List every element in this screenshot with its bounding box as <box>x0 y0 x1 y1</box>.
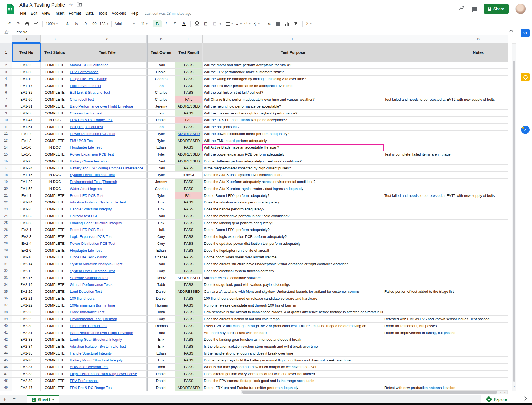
cell-test-result[interactable]: PASS <box>175 323 203 330</box>
cell-test-status[interactable]: COMPLETE <box>41 357 69 364</box>
cell-test-result[interactable]: ADDRESSED <box>175 151 203 158</box>
add-sheet-button[interactable]: + <box>0 397 9 402</box>
cell-test-title[interactable]: Flight Performance with Ring Lever Loose <box>69 371 146 378</box>
cell-test-owner[interactable]: Ian <box>148 82 175 89</box>
cell-test-owner[interactable]: Tyler <box>148 192 175 199</box>
cell-test-status[interactable]: COMPLETE <box>41 199 69 206</box>
cell-test-owner[interactable]: Raul <box>148 213 175 220</box>
test-title-link[interactable]: Baro Performance over Flight Envelope <box>70 104 133 108</box>
cell-test-status[interactable]: COMPLETE <box>41 124 69 131</box>
cell-test-status[interactable]: COMPLETE <box>41 213 69 220</box>
italic-button[interactable]: I <box>162 20 171 27</box>
cell-notes[interactable] <box>383 206 508 213</box>
row-number[interactable]: 49 <box>0 384 12 391</box>
test-title-link[interactable]: Flopdapter Life Test <box>70 248 102 253</box>
cell-test-status[interactable]: COMPLETE <box>41 288 69 295</box>
row-number[interactable]: 12 <box>0 131 12 137</box>
cell-test-status[interactable]: COMPLETE <box>41 206 69 213</box>
cell-notes[interactable]: Failed portion of test added to the tria… <box>383 288 508 295</box>
cell-test-title[interactable]: Vibration Isolation System Life Test <box>69 199 146 206</box>
cell-test-purpose[interactable]: Does the Alta X pass system level electr… <box>203 172 383 179</box>
cell-test-no[interactable]: EV2-39 <box>12 378 41 384</box>
column-header-E[interactable]: E <box>175 35 203 43</box>
test-title-link[interactable]: Vibration Isolation System Life Test <box>70 344 126 348</box>
cell-test-result[interactable]: TRIAGE <box>175 172 203 179</box>
sheets-logo-icon[interactable] <box>7 4 14 15</box>
header-cell[interactable]: Test Purpose <box>203 43 383 62</box>
cell-test-no[interactable]: EV2-34 <box>12 343 41 350</box>
test-title-link[interactable]: Flopdapter Life Test <box>70 145 102 149</box>
cell-test-status[interactable]: COMPLETE <box>41 323 69 330</box>
test-title-link[interactable]: FPV Performance <box>70 70 98 74</box>
cell-notes[interactable]: Test failed and needs to be retested at … <box>383 96 508 103</box>
menu-addons[interactable]: Add-ons <box>109 11 128 16</box>
cell-notes[interactable] <box>383 233 508 240</box>
cell-test-owner[interactable]: Tyler <box>148 151 175 158</box>
font-select[interactable]: Arial▾ <box>113 20 136 27</box>
cell-test-no[interactable]: EV1-34 <box>12 199 41 206</box>
cell-test-purpose[interactable]: Will the FRX Pro and Futaba Range be acc… <box>203 117 383 124</box>
cell-test-purpose[interactable]: Does the updated power distribution test… <box>203 240 383 247</box>
horizontal-scrollbar-thumb[interactable] <box>242 391 497 394</box>
insert-link-button[interactable]: ∞ <box>265 20 274 27</box>
cell-test-purpose[interactable]: Will the wiring be damaged by folding / … <box>203 76 383 83</box>
row-number[interactable]: 45 <box>0 357 12 364</box>
vertical-scrollbar[interactable]: ▾ <box>512 43 516 391</box>
cell-test-title[interactable]: FRX Pro & RC Range Test <box>69 117 146 124</box>
cell-test-owner[interactable]: Erik <box>148 357 175 364</box>
insert-chart-button[interactable] <box>283 20 292 27</box>
cell-test-owner[interactable]: Tabb <box>148 364 175 371</box>
cell-test-result[interactable]: PASS <box>175 206 203 213</box>
cell-test-title[interactable]: Boom LED PCB Test <box>69 192 146 199</box>
merge-cells-button[interactable]: ⊟ <box>210 20 219 27</box>
cell-test-purpose[interactable]: Does the FPV camera footage look good an… <box>203 378 383 384</box>
cell-notes[interactable]: Room for improvement in tuning, but pass… <box>383 329 508 336</box>
cell-test-no[interactable]: EV1-32 <box>12 89 41 96</box>
corner-box[interactable] <box>0 35 12 43</box>
cell-test-purpose[interactable]: Will Charlie Bolts perform adequately ov… <box>203 96 383 103</box>
share-button[interactable]: Share <box>484 4 509 14</box>
cell-test-owner[interactable]: Erik <box>148 220 175 226</box>
row-number[interactable]: 11 <box>0 124 12 131</box>
cell-test-no[interactable]: EV1-25 <box>12 158 41 165</box>
cell-test-status[interactable]: IN DOC <box>41 144 69 151</box>
cell-test-purpose[interactable]: Does the motor drive perform in hot / co… <box>203 213 383 220</box>
cell-test-purpose[interactable]: Will the power distribution board perfor… <box>203 131 383 137</box>
cell-notes[interactable]: Room for refinement, but passes <box>383 323 508 330</box>
cell-test-status[interactable]: COMPLETE <box>41 329 69 336</box>
header-cell[interactable]: Test Status <box>41 43 69 62</box>
test-title-link[interactable]: Power Distribution PCB Test <box>70 241 115 246</box>
cell-notes[interactable] <box>383 343 508 350</box>
cell-test-no[interactable]: EV1-1 <box>12 192 41 199</box>
cell-notes[interactable] <box>383 103 508 110</box>
cell-test-owner[interactable]: Erik <box>148 343 175 350</box>
cell-test-owner[interactable]: Hulk <box>148 226 175 233</box>
cell-test-no[interactable]: EV1-61 <box>12 124 41 131</box>
cell-notes[interactable] <box>383 158 508 165</box>
cell-test-no[interactable]: EV2-15 <box>12 268 41 275</box>
cell-test-purpose[interactable]: Is the handle strong enough and does it … <box>203 350 383 357</box>
cell-test-status[interactable]: COMPLETE <box>41 343 69 350</box>
row-number[interactable]: 10 <box>0 117 12 124</box>
cell-test-no[interactable]: EV1-31 <box>12 103 41 110</box>
cell-test-title[interactable]: Land Detection Test <box>69 288 146 295</box>
row-number[interactable]: 39 <box>0 316 12 323</box>
cell-test-result[interactable]: PASS <box>175 226 203 233</box>
header-cell[interactable]: Notes <box>383 43 508 62</box>
undo-icon[interactable]: ↶ <box>5 20 14 27</box>
cell-notes[interactable] <box>383 172 508 179</box>
cell-test-title[interactable]: Battery Mount Structural Integrity <box>69 357 146 364</box>
row-number[interactable]: 24 <box>0 213 12 220</box>
vertical-scrollbar-thumb[interactable] <box>513 61 515 382</box>
cell-notes[interactable] <box>383 309 508 316</box>
cell-test-result[interactable]: PASS <box>175 281 203 288</box>
row-number[interactable]: 22 <box>0 199 12 206</box>
cell-test-status[interactable]: COMPLETE <box>41 131 69 137</box>
formula-input[interactable]: Test No <box>15 30 27 34</box>
cell-test-purpose[interactable]: Will the height hold performance be acce… <box>203 103 383 110</box>
test-title-link[interactable]: Production Burn-in Test <box>70 324 107 328</box>
row-number[interactable]: 40 <box>0 323 12 330</box>
cell-test-title[interactable]: Power Distribution PCB Test <box>69 240 146 247</box>
cell-test-result[interactable]: PASS <box>175 233 203 240</box>
test-title-link[interactable]: Landing Gear Structural Integrity <box>70 337 122 342</box>
